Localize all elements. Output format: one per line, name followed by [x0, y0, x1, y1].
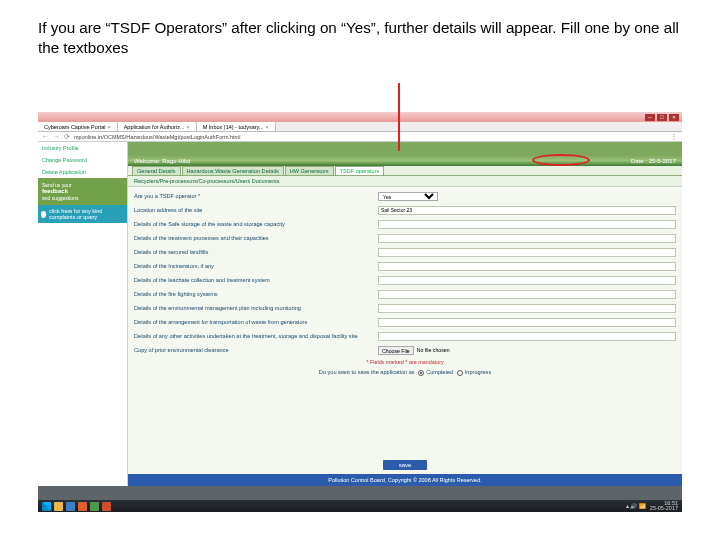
- form-row-file: Copy of prior environmental clearance Ch…: [134, 343, 676, 357]
- windows-taskbar: ▴ 🔊 📶 16:51 25-05-2017: [38, 500, 682, 512]
- browser-tab[interactable]: Application for Authoriz...×: [118, 122, 197, 131]
- field-label: Details of the treatment processes and t…: [134, 235, 374, 241]
- reload-icon[interactable]: ⟳: [64, 133, 70, 141]
- close-button[interactable]: ×: [669, 114, 679, 121]
- sidebar-item-delete[interactable]: Delete Application: [38, 166, 127, 178]
- field-label: Details of the arrangement for transport…: [134, 319, 374, 325]
- radio-label: Completed: [426, 369, 453, 375]
- tab-label: Application for Authoriz...: [124, 124, 185, 130]
- tab-label: Cyberoam Captive Portal: [44, 124, 105, 130]
- save-row: save: [128, 450, 682, 474]
- taskbar-app-icon[interactable]: [90, 502, 99, 511]
- form-row: Details of the environmental management …: [134, 301, 676, 315]
- hero-banner: Welcome: Rago Hiltd Date : 25-5-2017: [128, 142, 682, 166]
- browser-window: – □ × Cyberoam Captive Portal× Applicati…: [38, 112, 682, 512]
- sidebar-item-profile[interactable]: Industry Profile: [38, 142, 127, 154]
- form-row: Details of the fire fighting systems: [134, 287, 676, 301]
- text-input[interactable]: [378, 220, 676, 229]
- text-input[interactable]: [378, 234, 676, 243]
- field-label: Details of any other activities undertak…: [134, 333, 374, 339]
- save-button[interactable]: save: [383, 460, 428, 470]
- taskbar-app-icon[interactable]: [54, 502, 63, 511]
- text-input[interactable]: [378, 318, 676, 327]
- welcome-text: Welcome: Rago Hiltd: [134, 158, 190, 164]
- field-label: Details of the fire fighting systems: [134, 291, 374, 297]
- maximize-button[interactable]: □: [657, 114, 667, 121]
- field-label: Details of the environmental management …: [134, 305, 374, 311]
- sidebar-item-label: Change Password: [42, 157, 87, 163]
- text-input[interactable]: [378, 206, 676, 215]
- clock-date: 25-05-2017: [650, 506, 678, 512]
- complaint-banner[interactable]: click here for any kind complaints or qu…: [38, 205, 127, 223]
- url-field[interactable]: mponline.in/OCMMS/Hazardous/WasteMgt/pos…: [74, 134, 666, 140]
- text-input[interactable]: [378, 332, 676, 341]
- save-option-row: Do you want to save the application as C…: [134, 367, 676, 378]
- taskbar-app-icon[interactable]: [66, 502, 75, 511]
- field-label: Details of the Safe storage of the waste…: [134, 221, 374, 227]
- start-button[interactable]: [42, 502, 51, 511]
- field-label: Location address of the site: [134, 207, 374, 213]
- form-row: Details of the secured landfills: [134, 245, 676, 259]
- tab-hazardous[interactable]: Hazardous Waste Generation Details: [182, 166, 284, 175]
- text-input[interactable]: [378, 248, 676, 257]
- close-icon[interactable]: ×: [107, 124, 110, 130]
- annotation-circle: [532, 154, 590, 166]
- menu-icon[interactable]: ⋮: [670, 132, 678, 141]
- minimize-button[interactable]: –: [645, 114, 655, 121]
- browser-tabs: Cyberoam Captive Portal× Application for…: [38, 122, 682, 132]
- main-panel: Welcome: Rago Hiltd Date : 25-5-2017 Gen…: [128, 142, 682, 486]
- taskbar-right: ▴ 🔊 📶 16:51 25-05-2017: [626, 501, 678, 512]
- save-question: Do you want to save the application as: [319, 369, 416, 375]
- form-row: Details of the arrangement for transport…: [134, 315, 676, 329]
- instruction-text: If you are “TSDF Operators” after clicki…: [0, 0, 720, 64]
- sidebar-item-label: Industry Profile: [42, 145, 79, 151]
- date-text: Date : 25-5-2017: [631, 158, 676, 164]
- annotation-line: [398, 83, 400, 151]
- text-input[interactable]: [378, 262, 676, 271]
- feedback-text: feedback: [42, 188, 68, 194]
- radio-completed[interactable]: [418, 370, 424, 376]
- field-label: Details of the secured landfills: [134, 249, 374, 255]
- sub-tabs-line: Recyclers/Pre-processors/Co-processors/U…: [128, 176, 682, 187]
- info-icon: [41, 211, 46, 218]
- text-input[interactable]: [378, 276, 676, 285]
- back-icon[interactable]: ←: [42, 133, 49, 140]
- field-label: Details of the leachate collection and t…: [134, 277, 374, 283]
- page-footer: Pollution Control Board, Copyright © 200…: [128, 474, 682, 486]
- form-row: Location address of the site: [134, 203, 676, 217]
- text-input[interactable]: [378, 304, 676, 313]
- choose-file-button[interactable]: Choose File: [378, 346, 414, 355]
- forward-icon[interactable]: →: [53, 133, 60, 140]
- operator-select[interactable]: Yes: [378, 192, 438, 201]
- form-row-operator: Are you a TSDF operator * Yes: [134, 189, 676, 203]
- tab-tsdf-operators[interactable]: TSDF operators: [335, 166, 385, 175]
- browser-tab[interactable]: M Inbox (14) - todysary...×: [197, 122, 276, 131]
- form-area: Are you a TSDF operator * Yes Location a…: [128, 187, 682, 450]
- close-icon[interactable]: ×: [265, 124, 268, 130]
- form-row: Details of the leachate collection and t…: [134, 273, 676, 287]
- taskbar-left: [42, 502, 111, 511]
- text-input[interactable]: [378, 290, 676, 299]
- form-tabs: General Details Hazardous Waste Generati…: [128, 166, 682, 176]
- feedback-banner[interactable]: Send us your feedback and suggestions: [38, 178, 127, 205]
- form-row: Details of the treatment processes and t…: [134, 231, 676, 245]
- taskbar-app-icon[interactable]: [78, 502, 87, 511]
- taskbar-app-icon[interactable]: [102, 502, 111, 511]
- tab-general[interactable]: General Details: [132, 166, 181, 175]
- tab-generators[interactable]: HW Generators: [285, 166, 334, 175]
- clock[interactable]: 16:51 25-05-2017: [650, 501, 678, 512]
- field-label: Are you a TSDF operator *: [134, 193, 374, 199]
- address-bar-row: ← → ⟳ mponline.in/OCMMS/Hazardous/WasteM…: [38, 132, 682, 142]
- tray-icons[interactable]: ▴ 🔊 📶: [626, 503, 646, 509]
- form-row: Details of any other activities undertak…: [134, 329, 676, 343]
- page-content: Industry Profile Change Password Delete …: [38, 142, 682, 486]
- mandatory-note: * Fields marked * are mandatory: [134, 357, 676, 367]
- window-titlebar: – □ ×: [38, 112, 682, 122]
- radio-inprogress[interactable]: [457, 370, 463, 376]
- field-label: Details of the Incinerators, if any: [134, 263, 374, 269]
- browser-tab[interactable]: Cyberoam Captive Portal×: [38, 122, 118, 131]
- sidebar-item-password[interactable]: Change Password: [38, 154, 127, 166]
- sidebar: Industry Profile Change Password Delete …: [38, 142, 128, 486]
- close-icon[interactable]: ×: [187, 124, 190, 130]
- sidebar-item-label: Delete Application: [42, 169, 86, 175]
